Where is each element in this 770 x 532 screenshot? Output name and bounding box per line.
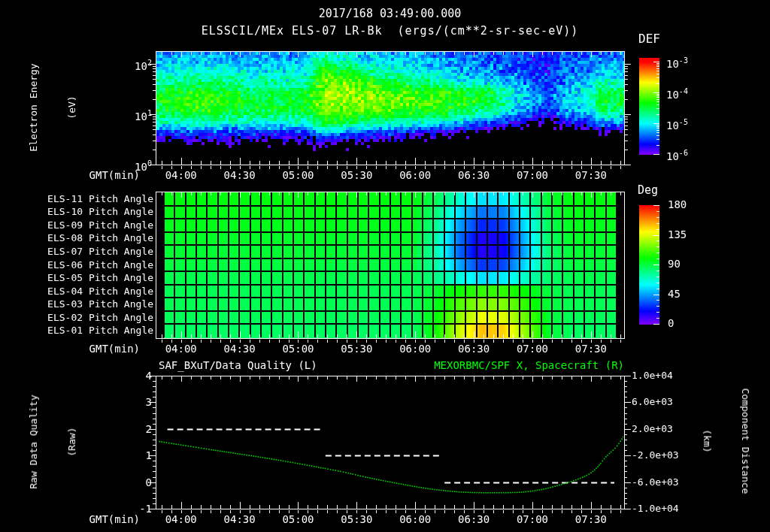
time-tick-label-top: 06:00 [393, 169, 438, 181]
quality-tick-label: -1 [120, 503, 152, 515]
time-tick-label-top: 04:00 [159, 169, 204, 181]
deg-colorbar-tick-label: 180 [668, 198, 687, 210]
time-tick-label-bottom: 06:00 [393, 513, 438, 525]
pitch-row-label: ELS-06 Pitch Angle [29, 259, 153, 271]
quality-tick-label: 1 [120, 449, 152, 461]
distance-tick-label: -2.0e+03 [632, 449, 679, 461]
quality-series-title: SAF_BXuT/Data Quality (L) [159, 359, 317, 371]
distance-tick-label: 6.0e+03 [632, 396, 673, 408]
time-tick-label-middle: 04:00 [159, 343, 204, 355]
pitch-row-label: ELS-03 Pitch Angle [29, 298, 153, 310]
quality-tick-label: 0 [120, 476, 152, 488]
time-tick-label-top: 06:30 [451, 169, 496, 181]
time-tick-label-middle: 05:30 [334, 343, 379, 355]
time-tick-label-middle: 07:30 [568, 343, 614, 355]
spacecraft-series-title: MEXORBMC/SPF X, Spacecraft (R) [434, 359, 624, 371]
quality-axis-label: Raw Data Quality (Raw) [2, 394, 104, 488]
energy-axis-label: Electron Energy (eV) [2, 63, 104, 151]
energy-axis-label-line2: (eV) [65, 63, 78, 151]
energy-tick-label: 101 [111, 107, 152, 122]
def-colorbar-tick-label: 10-5 [666, 116, 688, 131]
spectrogram-viewer: 2017/168 03:49:00.000 ELSSCIL/MEx ELS-07… [0, 0, 770, 532]
pitch-row-label: ELS-04 Pitch Angle [29, 286, 153, 298]
energy-tick-label: 102 [111, 57, 152, 72]
dataset-title: ELSSCIL/MEx ELS-07 LR-Bk (ergs/(cm**2-sr… [156, 25, 624, 37]
time-tick-label-middle: 06:30 [451, 343, 496, 355]
time-tick-label-top: 07:30 [568, 169, 614, 181]
distance-axis-label-line2: (km) [701, 388, 714, 494]
distance-axis-label-line1: Component Distance [739, 388, 752, 494]
deg-colorbar-tick-label: 135 [668, 228, 687, 240]
time-tick-label-top: 07:00 [510, 169, 555, 181]
def-colorbar-title: DEF [638, 33, 660, 45]
time-tick-label-middle: 04:30 [217, 343, 262, 355]
time-tick-label-bottom: 04:00 [159, 513, 204, 525]
def-colorbar-tick-label: 10-6 [666, 147, 688, 162]
time-tick-label-bottom: 04:30 [217, 513, 262, 525]
time-tick-label-bottom: 05:30 [334, 513, 379, 525]
quality-tick-label: 2 [120, 423, 152, 435]
gmt-label-bottom: GMT(min) [80, 513, 140, 525]
pitch-row-label: ELS-05 Pitch Angle [29, 272, 153, 284]
time-tick-label-bottom: 05:00 [275, 513, 320, 525]
time-tick-label-bottom: 07:30 [568, 513, 614, 525]
distance-tick-label: 1.0e+04 [632, 370, 673, 382]
pitch-row-label: ELS-07 Pitch Angle [29, 246, 153, 258]
gmt-label-middle: GMT(min) [80, 343, 140, 355]
pitch-row-label: ELS-01 Pitch Angle [29, 325, 153, 337]
quality-tick-label: 4 [120, 370, 152, 382]
pitch-row-label: ELS-08 Pitch Angle [29, 232, 153, 244]
timestamp-title: 2017/168 03:49:00.000 [156, 8, 624, 20]
time-tick-label-top: 05:30 [334, 169, 379, 181]
distance-tick-label: 2.0e+03 [632, 423, 673, 435]
distance-tick-label: -6.0e+03 [632, 476, 679, 488]
energy-tick-label: 100 [111, 158, 152, 173]
deg-colorbar-tick-label: 90 [668, 258, 681, 270]
pitch-row-label: ELS-02 Pitch Angle [29, 312, 153, 324]
pitch-row-label: ELS-09 Pitch Angle [29, 219, 153, 231]
distance-axis-label: Component Distance (km) [675, 388, 770, 494]
quality-tick-label: 3 [120, 396, 152, 408]
time-tick-label-top: 04:30 [217, 169, 262, 181]
time-tick-label-middle: 06:00 [393, 343, 438, 355]
time-tick-label-top: 05:00 [275, 169, 320, 181]
quality-axis-label-line2: (Raw) [65, 394, 78, 488]
time-tick-label-bottom: 07:00 [510, 513, 555, 525]
energy-axis-label-line1: Electron Energy [27, 63, 40, 151]
pitch-row-label: ELS-10 Pitch Angle [29, 206, 153, 218]
pitch-row-label: ELS-11 Pitch Angle [29, 193, 153, 205]
quality-axis-label-line1: Raw Data Quality [27, 394, 40, 488]
deg-colorbar-tick-label: 0 [668, 317, 674, 329]
time-tick-label-middle: 05:00 [275, 343, 320, 355]
deg-colorbar-tick-label: 45 [668, 288, 681, 300]
def-colorbar-tick-label: 10-3 [666, 55, 688, 70]
time-tick-label-bottom: 06:30 [451, 513, 496, 525]
def-colorbar-tick-label: 10-4 [666, 86, 688, 101]
time-tick-label-middle: 07:00 [510, 343, 555, 355]
deg-colorbar-title: Deg [638, 184, 658, 196]
distance-tick-label: -1.0e+04 [632, 503, 679, 515]
